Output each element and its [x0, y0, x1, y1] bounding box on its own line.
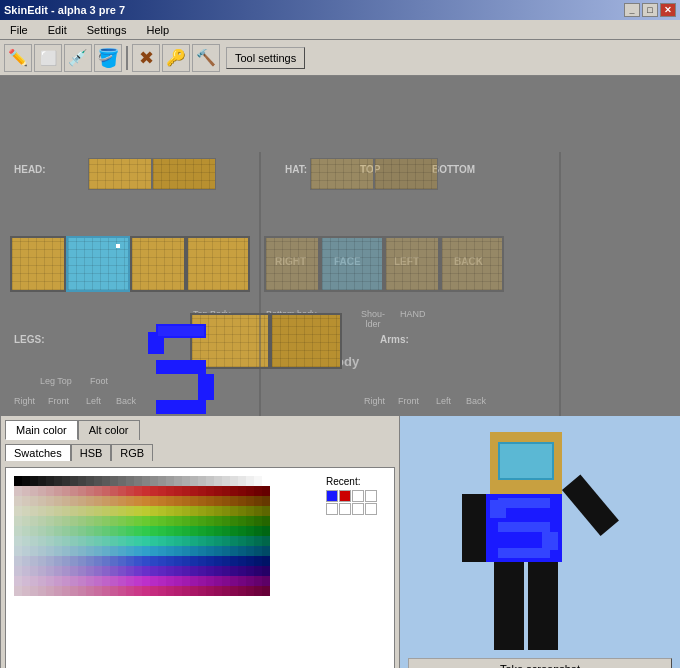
swatch-323[interactable] — [38, 576, 46, 586]
color-picker-tool[interactable]: 💉 — [64, 44, 92, 72]
swatch-127[interactable] — [262, 506, 270, 516]
swatch-372[interactable] — [174, 586, 182, 596]
swatch-27[interactable] — [230, 476, 238, 486]
canvas-area[interactable]: HEAD: TOP BOTTOM HAT: TOP BOTTOM RIGHT F… — [0, 76, 680, 416]
swatch-343[interactable] — [198, 576, 206, 586]
swatch-363[interactable] — [102, 586, 110, 596]
swatch-370[interactable] — [158, 586, 166, 596]
swatch-296[interactable] — [78, 566, 86, 576]
swatch-80[interactable] — [142, 496, 150, 506]
swatch-165[interactable] — [54, 526, 62, 536]
swatch-126[interactable] — [254, 506, 262, 516]
swatch-107[interactable] — [102, 506, 110, 516]
swatch-257[interactable] — [22, 556, 30, 566]
swatch-380[interactable] — [238, 586, 246, 596]
swatch-198[interactable] — [62, 536, 70, 546]
swatch-69[interactable] — [54, 496, 62, 506]
main-color-tab[interactable]: Main color — [5, 420, 78, 440]
swatch-96[interactable] — [14, 506, 22, 516]
swatch-264[interactable] — [78, 556, 86, 566]
swatch-42[interactable] — [94, 486, 102, 496]
swatch-186[interactable] — [222, 526, 230, 536]
swatch-24[interactable] — [206, 476, 214, 486]
swatch-166[interactable] — [62, 526, 70, 536]
swatch-382[interactable] — [254, 586, 262, 596]
swatch-227[interactable] — [38, 546, 46, 556]
swatch-369[interactable] — [150, 586, 158, 596]
swatch-93[interactable] — [246, 496, 254, 506]
swatch-105[interactable] — [86, 506, 94, 516]
swatch-249[interactable] — [214, 546, 222, 556]
swatch-99[interactable] — [38, 506, 46, 516]
swatch-30[interactable] — [254, 476, 262, 486]
swatch-313[interactable] — [214, 566, 222, 576]
swatch-379[interactable] — [230, 586, 238, 596]
swatch-122[interactable] — [222, 506, 230, 516]
swatch-60[interactable] — [238, 486, 246, 496]
swatch-68[interactable] — [46, 496, 54, 506]
swatch-142[interactable] — [126, 516, 134, 526]
fill-tool[interactable]: 🪣 — [94, 44, 122, 72]
swatch-171[interactable] — [102, 526, 110, 536]
swatch-179[interactable] — [166, 526, 174, 536]
swatch-280[interactable] — [206, 556, 214, 566]
swatch-230[interactable] — [62, 546, 70, 556]
swatch-112[interactable] — [142, 506, 150, 516]
swatch-143[interactable] — [134, 516, 142, 526]
swatch-214[interactable] — [190, 536, 198, 546]
swatch-258[interactable] — [30, 556, 38, 566]
minimize-button[interactable]: _ — [624, 3, 640, 17]
swatch-300[interactable] — [110, 566, 118, 576]
swatch-101[interactable] — [54, 506, 62, 516]
swatch-231[interactable] — [70, 546, 78, 556]
swatch-353[interactable] — [22, 586, 30, 596]
swatch-155[interactable] — [230, 516, 238, 526]
swatch-103[interactable] — [70, 506, 78, 516]
swatch-78[interactable] — [126, 496, 134, 506]
swatch-175[interactable] — [134, 526, 142, 536]
swatch-153[interactable] — [214, 516, 222, 526]
swatch-245[interactable] — [182, 546, 190, 556]
swatch-346[interactable] — [222, 576, 230, 586]
swatch-90[interactable] — [222, 496, 230, 506]
swatch-123[interactable] — [230, 506, 238, 516]
swatch-206[interactable] — [126, 536, 134, 546]
swatch-345[interactable] — [214, 576, 222, 586]
swatch-163[interactable] — [38, 526, 46, 536]
recent-swatch-1[interactable] — [326, 490, 338, 502]
swatch-162[interactable] — [30, 526, 38, 536]
swatch-266[interactable] — [94, 556, 102, 566]
swatch-3[interactable] — [38, 476, 46, 486]
swatch-312[interactable] — [206, 566, 214, 576]
swatch-322[interactable] — [30, 576, 38, 586]
swatch-18[interactable] — [158, 476, 166, 486]
swatch-276[interactable] — [174, 556, 182, 566]
swatch-347[interactable] — [230, 576, 238, 586]
swatch-178[interactable] — [158, 526, 166, 536]
swatch-309[interactable] — [182, 566, 190, 576]
swatch-114[interactable] — [158, 506, 166, 516]
swatch-200[interactable] — [78, 536, 86, 546]
swatch-234[interactable] — [94, 546, 102, 556]
swatch-324[interactable] — [46, 576, 54, 586]
swatch-329[interactable] — [86, 576, 94, 586]
swatch-189[interactable] — [246, 526, 254, 536]
swatch-205[interactable] — [118, 536, 126, 546]
swatch-156[interactable] — [238, 516, 246, 526]
swatch-56[interactable] — [206, 486, 214, 496]
swatch-83[interactable] — [166, 496, 174, 506]
swatch-89[interactable] — [214, 496, 222, 506]
swatch-310[interactable] — [190, 566, 198, 576]
swatch-210[interactable] — [158, 536, 166, 546]
swatch-282[interactable] — [222, 556, 230, 566]
swatch-158[interactable] — [254, 516, 262, 526]
swatch-108[interactable] — [110, 506, 118, 516]
swatch-50[interactable] — [158, 486, 166, 496]
swatch-133[interactable] — [54, 516, 62, 526]
swatch-14[interactable] — [126, 476, 134, 486]
menu-settings[interactable]: Settings — [81, 22, 133, 38]
swatch-11[interactable] — [102, 476, 110, 486]
swatch-5[interactable] — [54, 476, 62, 486]
swatch-327[interactable] — [70, 576, 78, 586]
swatch-253[interactable] — [246, 546, 254, 556]
